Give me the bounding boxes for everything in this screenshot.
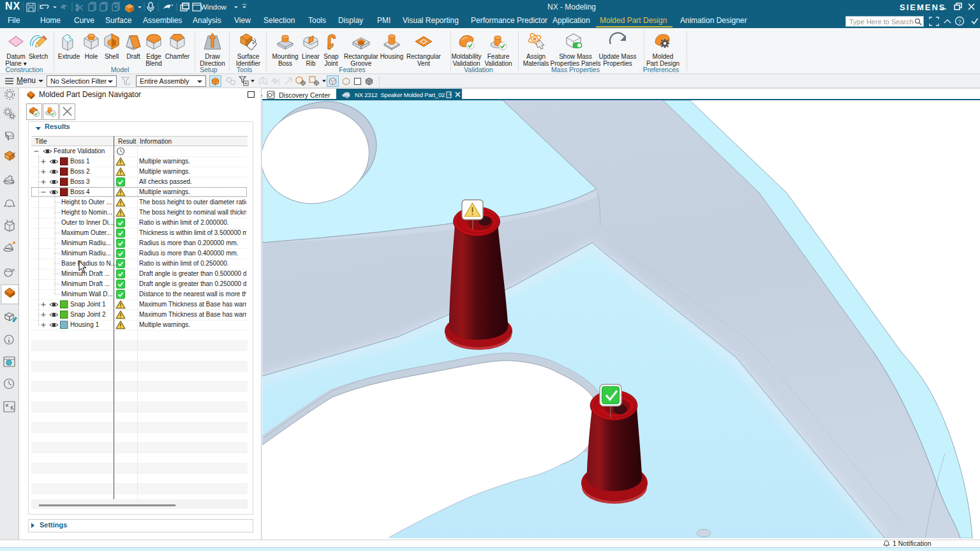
svg-text:Window: Window (200, 3, 227, 11)
svg-text:?: ? (958, 19, 961, 25)
